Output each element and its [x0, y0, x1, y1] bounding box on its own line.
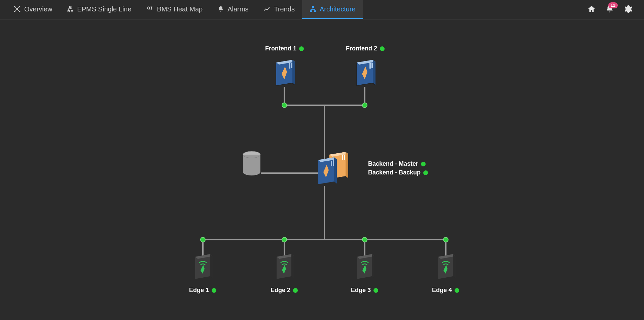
- frontend2-node[interactable]: [354, 57, 375, 84]
- nav-tabs: Overview EPMS Single Line BMS Heat Map A…: [6, 0, 363, 19]
- node-label: Frontend 2: [346, 45, 377, 52]
- junction-dot: [282, 237, 287, 242]
- junction-dot: [282, 103, 287, 108]
- topbar-icons: 12: [587, 0, 644, 19]
- backend-node-pair[interactable]: [315, 150, 352, 188]
- svg-rect-33: [331, 161, 332, 166]
- tab-label: Trends: [274, 5, 295, 13]
- edge4-label-row: Edge 4: [432, 287, 459, 294]
- junction-dot: [362, 103, 367, 108]
- node-label: Edge 4: [432, 287, 452, 294]
- top-nav-bar: Overview EPMS Single Line BMS Heat Map A…: [0, 0, 644, 19]
- connector: [324, 186, 325, 240]
- status-dot-icon: [455, 288, 459, 293]
- tab-alarms[interactable]: Alarms: [210, 0, 256, 19]
- svg-rect-8: [312, 6, 314, 8]
- svg-rect-19: [369, 63, 371, 69]
- architecture-diagram: Frontend 1 Frontend 2: [0, 19, 644, 320]
- svg-rect-14: [289, 63, 290, 69]
- settings-button[interactable]: [623, 5, 633, 14]
- overview-icon: [13, 5, 21, 13]
- status-dot-icon: [293, 288, 298, 293]
- node-label: Backend - Backup: [368, 169, 421, 176]
- backend-backup-label-row: Backend - Backup: [368, 169, 428, 176]
- svg-rect-29: [344, 155, 345, 160]
- svg-rect-10: [314, 10, 316, 12]
- architecture-icon: [310, 5, 316, 13]
- svg-rect-34: [333, 160, 334, 166]
- node-label: Edge 2: [271, 287, 290, 294]
- junction-dot: [200, 237, 206, 242]
- database-node[interactable]: [242, 151, 262, 179]
- node-label: Frontend 1: [265, 45, 296, 52]
- tab-label: Overview: [24, 5, 52, 13]
- junction-dot: [362, 237, 367, 242]
- backend-master-label-row: Backend - Master: [368, 160, 426, 167]
- node-label: Edge 1: [189, 287, 209, 294]
- tab-architecture[interactable]: Architecture: [302, 0, 363, 19]
- svg-marker-13: [292, 60, 295, 85]
- edge2-label-row: Edge 2: [271, 287, 298, 294]
- gear-icon: [623, 4, 633, 15]
- tab-trends[interactable]: Trends: [256, 0, 302, 19]
- frontend2-label-row: Frontend 2: [346, 45, 385, 52]
- svg-marker-46: [453, 254, 456, 278]
- tab-bms-heat-map[interactable]: BMS Heat Map: [139, 0, 210, 19]
- junction-dot: [443, 237, 449, 242]
- node-label: Edge 3: [351, 287, 371, 294]
- status-dot-icon: [299, 46, 304, 51]
- edge4-node[interactable]: [435, 251, 456, 277]
- svg-marker-43: [372, 254, 374, 278]
- tab-label: Architecture: [320, 5, 356, 13]
- status-dot-icon: [212, 288, 216, 293]
- svg-rect-7: [71, 10, 73, 12]
- trend-icon: [263, 5, 271, 13]
- notifications-button[interactable]: 12: [605, 5, 614, 14]
- status-dot-icon: [380, 46, 385, 51]
- alert-badge: 12: [608, 2, 618, 8]
- svg-marker-27: [346, 152, 348, 178]
- svg-rect-20: [371, 63, 373, 68]
- tab-label: BMS Heat Map: [157, 5, 203, 13]
- svg-marker-37: [210, 254, 213, 278]
- frontend1-node[interactable]: [274, 57, 295, 84]
- edge3-node[interactable]: [354, 251, 374, 277]
- svg-rect-28: [342, 155, 343, 160]
- tab-label: Alarms: [227, 5, 248, 13]
- svg-marker-32: [334, 157, 337, 184]
- status-dot-icon: [373, 288, 378, 293]
- frontend1-label-row: Frontend 1: [265, 45, 304, 52]
- svg-marker-40: [291, 254, 294, 278]
- edge2-node[interactable]: [274, 251, 294, 277]
- svg-point-23: [243, 169, 260, 175]
- svg-marker-18: [373, 60, 375, 85]
- edge1-node[interactable]: [192, 251, 213, 277]
- svg-rect-15: [291, 63, 292, 68]
- svg-rect-5: [70, 6, 71, 8]
- bell-icon: [217, 5, 224, 13]
- connector: [202, 239, 446, 240]
- connector: [261, 172, 320, 174]
- tab-overview[interactable]: Overview: [6, 0, 60, 19]
- tab-epms-single-line[interactable]: EPMS Single Line: [60, 0, 139, 19]
- edge3-label-row: Edge 3: [351, 287, 378, 294]
- status-dot-icon: [423, 170, 428, 175]
- svg-rect-6: [68, 10, 70, 12]
- node-label: Backend - Master: [368, 160, 418, 167]
- home-icon: [587, 5, 596, 15]
- edge1-label-row: Edge 1: [189, 287, 216, 294]
- status-dot-icon: [421, 162, 426, 166]
- single-line-icon: [67, 5, 74, 13]
- heat-icon: [146, 5, 154, 13]
- home-button[interactable]: [587, 5, 596, 14]
- svg-rect-9: [310, 10, 312, 12]
- tab-label: EPMS Single Line: [77, 5, 131, 13]
